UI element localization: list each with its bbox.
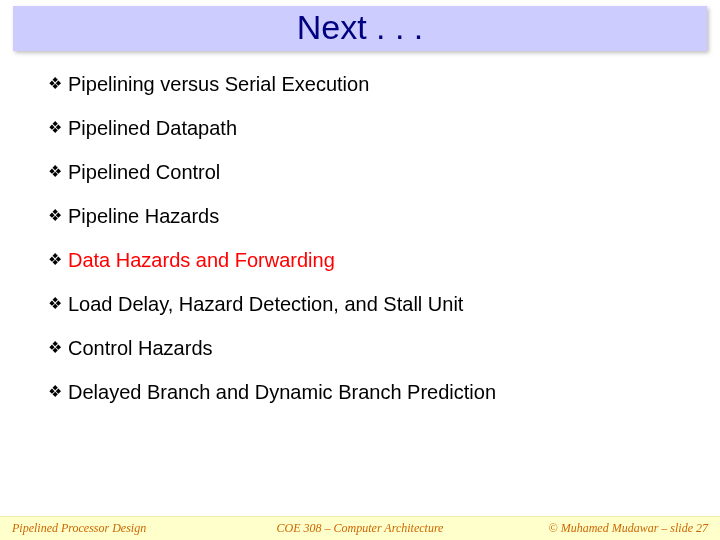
diamond-bullet-icon: ❖ (48, 205, 62, 227)
diamond-bullet-icon: ❖ (48, 73, 62, 95)
list-item-label: Data Hazards and Forwarding (68, 249, 335, 271)
list-item: ❖ Delayed Branch and Dynamic Branch Pred… (48, 381, 680, 403)
list-item-label: Pipelining versus Serial Execution (68, 73, 369, 95)
diamond-bullet-icon: ❖ (48, 293, 62, 315)
footer-bar: Pipelined Processor Design COE 308 – Com… (0, 516, 720, 540)
list-item: ❖ Data Hazards and Forwarding (48, 249, 680, 271)
page-title: Next . . . (297, 8, 424, 46)
list-item: ❖ Pipelined Datapath (48, 117, 680, 139)
list-item-label: Load Delay, Hazard Detection, and Stall … (68, 293, 463, 315)
list-item-label: Delayed Branch and Dynamic Branch Predic… (68, 381, 496, 403)
title-bar: Next . . . (13, 6, 707, 51)
list-item: ❖ Control Hazards (48, 337, 680, 359)
list-item-label: Pipelined Control (68, 161, 220, 183)
diamond-bullet-icon: ❖ (48, 381, 62, 403)
list-item-label: Pipeline Hazards (68, 205, 219, 227)
diamond-bullet-icon: ❖ (48, 337, 62, 359)
list-item: ❖ Load Delay, Hazard Detection, and Stal… (48, 293, 680, 315)
list-item-label: Pipelined Datapath (68, 117, 237, 139)
content-area: ❖ Pipelining versus Serial Execution ❖ P… (0, 51, 720, 403)
footer-center: COE 308 – Computer Architecture (244, 521, 476, 536)
list-item: ❖ Pipelining versus Serial Execution (48, 73, 680, 95)
diamond-bullet-icon: ❖ (48, 249, 62, 271)
diamond-bullet-icon: ❖ (48, 161, 62, 183)
footer-right: © Muhamed Mudawar – slide 27 (476, 521, 708, 536)
footer-left: Pipelined Processor Design (12, 521, 244, 536)
list-item: ❖ Pipelined Control (48, 161, 680, 183)
diamond-bullet-icon: ❖ (48, 117, 62, 139)
list-item: ❖ Pipeline Hazards (48, 205, 680, 227)
list-item-label: Control Hazards (68, 337, 213, 359)
